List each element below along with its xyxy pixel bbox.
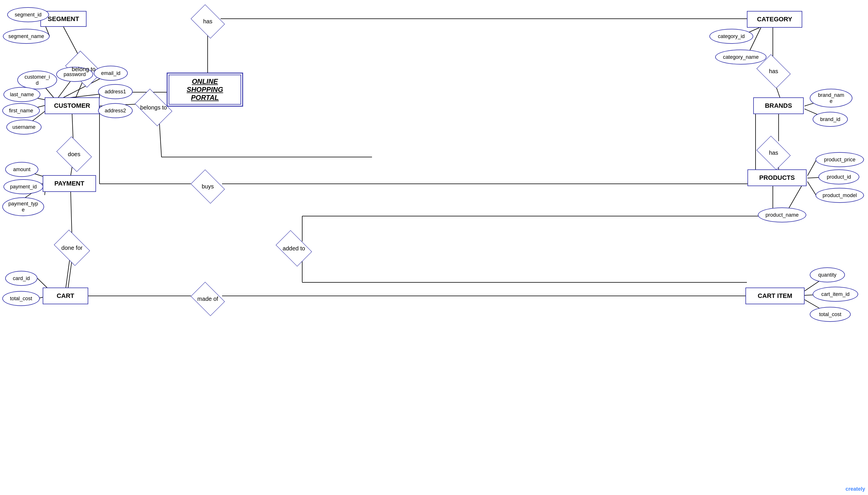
svg-line-48 — [807, 160, 816, 176]
entity-products: PRODUCTS — [748, 169, 806, 186]
rel-has-top: has — [187, 6, 229, 37]
rel-made-of: made of — [187, 284, 229, 314]
attr-address1: address1 — [98, 84, 133, 99]
entity-category: CATEGORY — [747, 11, 802, 28]
attr-cart-item-id: cart_item_id — [813, 287, 858, 302]
rel-added-to: added to — [271, 233, 317, 264]
attr-customer-id: customer_id — [17, 71, 57, 89]
attr-email-id: email_id — [94, 66, 128, 81]
attr-quantity: quantity — [810, 267, 845, 283]
attr-segment-id: segment_id — [7, 7, 49, 22]
attr-first-name: first_name — [2, 103, 40, 118]
rel-done-for: done for — [50, 232, 94, 263]
svg-line-50 — [807, 182, 817, 196]
connection-lines — [0, 0, 868, 495]
entity-cart: CART — [43, 288, 88, 304]
attr-category-id: category_id — [709, 29, 753, 44]
entity-brands: BRANDS — [753, 97, 804, 114]
entity-portal: ONLINE SHOPPINGPORTAL — [167, 73, 243, 107]
attr-brand-name: brand_name — [810, 89, 852, 107]
attr-card-id: card_id — [5, 271, 37, 286]
attr-total-cost: total_cost — [2, 291, 40, 306]
attr-product-name: product_name — [758, 207, 806, 222]
attr-product-model: product_model — [816, 188, 864, 203]
attr-total-cost2: total_cost — [810, 307, 851, 322]
er-diagram-canvas: SEGMENT segment_id segment_name belong t… — [0, 0, 868, 495]
svg-line-49 — [807, 177, 819, 178]
rel-buys: buys — [187, 171, 229, 202]
attr-last-name: last_name — [3, 87, 40, 102]
rel-has-cat: has — [753, 56, 795, 86]
attr-address2: address2 — [98, 103, 133, 118]
attr-amount: amount — [5, 162, 38, 177]
attr-brand-id: brand_id — [813, 112, 848, 127]
entity-payment: PAYMENT — [43, 175, 96, 192]
attr-product-id: product_id — [818, 169, 859, 184]
rel-does: does — [52, 138, 96, 170]
attr-username: username — [6, 120, 42, 135]
attr-segment-name: segment_name — [3, 29, 50, 44]
rel-has-brand: has — [753, 138, 795, 168]
attr-payment-id: payment_id — [3, 179, 43, 194]
entity-cart-item: CART ITEM — [746, 288, 805, 304]
attr-payment-type: payment_type — [2, 198, 44, 216]
entity-customer: CUSTOMER — [45, 97, 99, 114]
attr-product-price: product_price — [816, 152, 864, 167]
watermark: creately — [846, 486, 865, 492]
